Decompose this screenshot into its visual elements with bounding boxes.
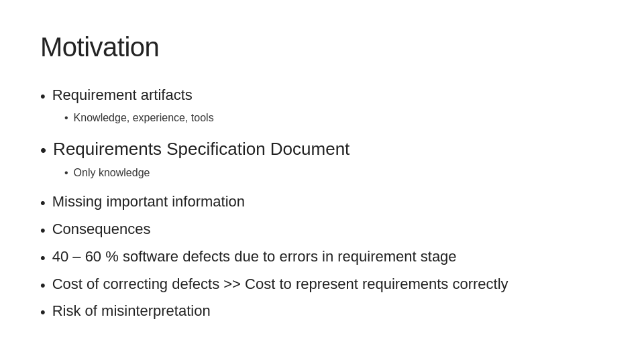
bullet-text-4: Consequences [52, 219, 151, 240]
bullet-dot-l2: • [64, 110, 68, 126]
bullet-text-l2-2: Only knowledge [74, 165, 150, 181]
bullet-dot-large: • [40, 138, 46, 162]
bullet-cost-correcting: • Cost of correcting defects >> Cost to … [40, 274, 604, 296]
bullet-knowledge-experience: • Knowledge, experience, tools [64, 110, 604, 126]
bullet-risk-misinterpretation: • Risk of misinterpretation [40, 301, 604, 323]
bullet-text-7: Risk of misinterpretation [52, 301, 211, 322]
bullet-dot: • [40, 86, 46, 107]
bullet-text-5: 40 – 60 % software defects due to errors… [52, 247, 457, 267]
bullet-text-large: Requirements Specification Document [53, 137, 350, 161]
bullet-req-spec-doc: • Requirements Specification Document [40, 137, 604, 162]
bullet-missing-info: • Missing important information [40, 192, 604, 214]
bullet-text: Requirement artifacts [52, 85, 193, 106]
bullet-text-l2: Knowledge, experience, tools [74, 110, 214, 126]
bullet-consequences: • Consequences [40, 219, 604, 241]
bullet-dot-l2-2: • [64, 165, 68, 181]
content-area: • Requirement artifacts • Knowledge, exp… [40, 81, 604, 324]
bullet-requirement-artifacts: • Requirement artifacts [40, 85, 604, 107]
bullet-dot-3: • [40, 193, 46, 214]
bullet-text-3: Missing important information [52, 192, 245, 213]
bullet-dot-5: • [40, 248, 46, 269]
bullet-dot-4: • [40, 221, 46, 241]
bullet-dot-6: • [40, 276, 46, 296]
slide: Motivation • Requirement artifacts • Kno… [0, 0, 644, 362]
bullet-defects-percent: • 40 – 60 % software defects due to erro… [40, 247, 604, 269]
slide-title: Motivation [40, 32, 604, 62]
bullet-only-knowledge: • Only knowledge [64, 165, 604, 181]
bullet-text-6: Cost of correcting defects >> Cost to re… [52, 274, 508, 295]
bullet-dot-7: • [40, 302, 46, 323]
